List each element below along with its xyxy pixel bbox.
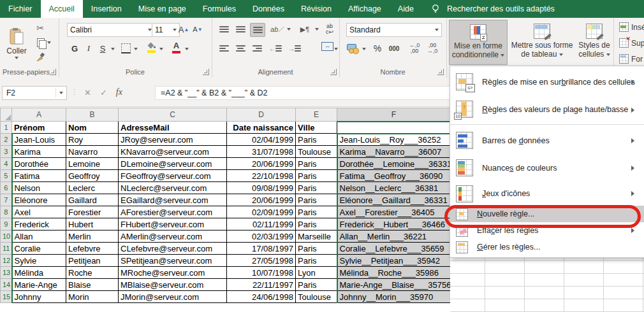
ribbon-tab[interactable]: Aide xyxy=(390,0,422,18)
cell[interactable]: 17/08/1997 xyxy=(227,243,296,255)
ribbon-tab[interactable]: Données xyxy=(244,0,293,18)
ribbon-tab[interactable]: Affichage xyxy=(340,0,390,18)
menu-item[interactable]: Règles des valeurs de plage haute/basse xyxy=(450,96,644,125)
number-dialog-launcher[interactable] xyxy=(437,69,444,75)
row-header[interactable]: 3 xyxy=(1,146,12,158)
borders-caret-icon[interactable] xyxy=(134,48,138,50)
decrease-decimal-button[interactable]: ←,0 ,00 xyxy=(407,41,422,56)
text-direction-button[interactable]: ▶¶ xyxy=(297,23,312,36)
row-header[interactable]: 9 xyxy=(1,218,12,230)
cell[interactable]: Blaise xyxy=(66,279,119,291)
increase-indent-button[interactable]: → xyxy=(287,42,302,55)
cell[interactable]: Eléonore__Gaillard___36331 xyxy=(337,194,451,206)
name-box[interactable]: F2 xyxy=(2,86,67,100)
cell[interactable]: Lefebvre xyxy=(66,243,119,255)
insert-function-button[interactable]: fx xyxy=(116,87,122,97)
cell[interactable]: Axel xyxy=(12,206,66,218)
cell[interactable]: EGaillard@serveur.com xyxy=(119,194,227,206)
ribbon-tab[interactable]: Révision xyxy=(293,0,340,18)
number-format-combo[interactable]: Standard xyxy=(346,23,442,37)
font-size-combo[interactable]: 11 xyxy=(152,23,180,37)
merge-caret-icon[interactable] xyxy=(334,48,338,50)
font-name-combo[interactable]: Calibri xyxy=(67,23,155,37)
ribbon-tab[interactable]: Mise en page xyxy=(130,0,194,18)
copy-button[interactable] xyxy=(33,37,55,48)
cell[interactable]: Allan__Merlin___36221 xyxy=(337,230,451,243)
menu-item[interactable]: Jeux d'icônes xyxy=(450,181,644,206)
cell[interactable] xyxy=(337,122,451,134)
decrease-indent-button[interactable]: ← xyxy=(268,42,283,55)
cell[interactable]: 20/06/1999 xyxy=(227,194,296,206)
cell[interactable]: Paris xyxy=(296,182,337,194)
cell[interactable]: Marie-Ange__Blaise___35756 xyxy=(337,279,451,291)
cell[interactable]: Paris xyxy=(296,158,337,170)
cell[interactable]: Sylvie xyxy=(12,255,66,267)
conditional-formatting-button[interactable]: Mise en forme conditionnelle xyxy=(449,20,508,65)
column-header[interactable]: B xyxy=(66,108,119,122)
borders-button[interactable] xyxy=(121,43,131,53)
row-header[interactable]: 2 xyxy=(1,134,12,146)
column-header[interactable]: C xyxy=(119,108,227,122)
cell[interactable]: Fatima__Geoffroy___36090 xyxy=(337,170,451,182)
cell[interactable]: Paris xyxy=(296,218,337,230)
align-left-button[interactable] xyxy=(217,42,231,55)
cell[interactable]: Mélinda xyxy=(12,267,66,279)
cell[interactable]: 02/09/1999 xyxy=(227,206,296,218)
accounting-format-button[interactable] xyxy=(346,42,360,55)
cell[interactable]: Navarro xyxy=(66,146,119,158)
cell[interactable]: Nelson xyxy=(12,182,66,194)
row-header[interactable]: 5 xyxy=(1,170,12,182)
menu-item[interactable]: Règles de mise en surbrillance des cellu… xyxy=(450,68,644,96)
cell[interactable]: Hubert xyxy=(66,218,119,230)
cell[interactable]: Paris xyxy=(296,243,337,255)
cell[interactable]: 22/10/1998 xyxy=(227,170,296,182)
cell[interactable]: AForestier@serveur.com xyxy=(119,206,227,218)
cell[interactable]: Eléonore xyxy=(12,194,66,206)
cell[interactable]: Lyon xyxy=(296,267,337,279)
cell[interactable]: Date naissance xyxy=(227,122,296,134)
cell[interactable]: AMerlin@serveur.com xyxy=(119,230,227,243)
cell[interactable]: 20/06/1999 xyxy=(227,158,296,170)
column-header[interactable]: A xyxy=(12,108,66,122)
cell[interactable]: Coralie__Lefebvre___35659 xyxy=(337,243,451,255)
menu-item[interactable]: Nouvelle règle... xyxy=(450,206,644,222)
align-right-button[interactable] xyxy=(250,42,264,55)
cell[interactable]: Paris xyxy=(296,206,337,218)
cell[interactable]: Morin xyxy=(66,291,119,303)
cell[interactable]: Frederick__Hubert___36466 xyxy=(337,218,451,230)
cell[interactable]: FHubert@serveur.com xyxy=(119,218,227,230)
ribbon-tab[interactable]: Formules xyxy=(194,0,244,18)
cell[interactable]: Paris xyxy=(296,194,337,206)
orientation-button[interactable]: ab⟋ xyxy=(269,23,284,36)
cell[interactable]: Toulouse xyxy=(296,146,337,158)
accounting-caret-icon[interactable] xyxy=(362,48,366,50)
cell[interactable]: 02/04/1999 xyxy=(227,134,296,146)
cell[interactable]: Karima__Navarro___36007 xyxy=(337,146,451,158)
column-header[interactable]: D xyxy=(227,108,296,122)
format-as-table-button[interactable]: Mettre sous forme de tableau xyxy=(509,20,575,65)
cell[interactable]: 24/06/1998 xyxy=(227,291,296,303)
select-all-corner[interactable] xyxy=(1,108,12,122)
cell[interactable]: 31/07/1998 xyxy=(227,146,296,158)
cell[interactable]: Paris xyxy=(296,134,337,146)
comma-style-button[interactable]: 000 xyxy=(386,42,402,55)
cell[interactable]: Sylvie__Petitjean___35942 xyxy=(337,255,451,267)
cell-styles-button[interactable]: Styles de cellules xyxy=(576,20,612,65)
cell[interactable]: Gaillard xyxy=(66,194,119,206)
row-header[interactable]: 11 xyxy=(1,243,12,255)
cell[interactable]: Forestier xyxy=(66,206,119,218)
menu-item[interactable]: Effacer les règles xyxy=(450,222,644,239)
italic-button[interactable]: I xyxy=(83,42,94,55)
cell[interactable]: Fatima xyxy=(12,170,66,182)
cell[interactable]: 27/05/1998 xyxy=(227,255,296,267)
cell[interactable]: 09/08/1999 xyxy=(227,182,296,194)
cell[interactable]: Prénom xyxy=(12,122,66,134)
cell[interactable]: Roche xyxy=(66,267,119,279)
cell[interactable]: SPetitjean@serveur.com xyxy=(119,255,227,267)
cell[interactable]: Geoffroy xyxy=(66,170,119,182)
cell[interactable]: FGeoffroy@serveur.com xyxy=(119,170,227,182)
cell[interactable]: Paris xyxy=(296,170,337,182)
cell[interactable]: Karima xyxy=(12,146,66,158)
cell[interactable]: Petitjean xyxy=(66,255,119,267)
cell[interactable]: Frederick xyxy=(12,218,66,230)
